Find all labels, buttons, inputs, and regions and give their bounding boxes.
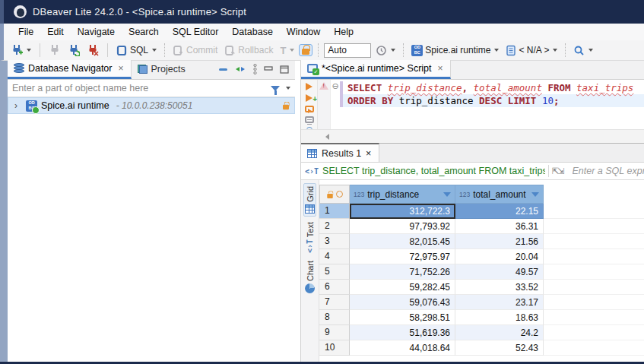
cell-total-amount[interactable]: 49.57 — [455, 264, 544, 280]
explain-plan-icon[interactable] — [305, 116, 314, 123]
reconnect-button[interactable] — [65, 43, 82, 58]
cell-total-amount[interactable]: 20.04 — [455, 249, 544, 264]
close-icon[interactable]: × — [366, 148, 371, 159]
grid-row-9[interactable]: 951,619.3624.2 — [319, 325, 644, 340]
grid-row-3[interactable]: 382,015.4521.56 — [319, 234, 644, 249]
grid-row-5[interactable]: 571,752.2649.57 — [319, 264, 644, 280]
close-icon[interactable]: × — [438, 63, 443, 74]
cell-trip-distance[interactable]: 312,722.3 — [350, 204, 455, 219]
row-number-cell[interactable]: 4 — [319, 249, 350, 264]
row-number-cell[interactable]: 7 — [319, 295, 350, 310]
disconnect-button[interactable] — [84, 43, 101, 58]
active-connection-selector[interactable]: ODBC Spice.ai runtime — [409, 43, 501, 58]
row-number-cell[interactable]: 5 — [319, 264, 350, 280]
close-icon[interactable]: × — [118, 63, 123, 74]
transaction-mode-button[interactable]: T — [278, 43, 297, 58]
grid-row-1[interactable]: 1312,722.322.15 — [319, 204, 644, 219]
editor-hscrollbar[interactable] — [301, 129, 644, 143]
sql-text-area[interactable]: SELECT trip_distance, total_amount FROM … — [340, 80, 644, 129]
scroll-left-icon[interactable] — [325, 134, 329, 140]
link-with-editor-icon[interactable] — [235, 65, 246, 73]
cell-total-amount[interactable]: 21.56 — [455, 234, 544, 249]
execute-statement-icon[interactable] — [306, 83, 312, 90]
search-button[interactable] — [571, 43, 595, 58]
connection-lock-button[interactable] — [299, 44, 312, 56]
tab-sql-script[interactable]: *<Spice.ai runtime> Script × — [301, 60, 451, 79]
tab-text[interactable]: Text <›T — [305, 220, 316, 255]
sql-expression-input[interactable] — [573, 166, 644, 176]
expander-icon[interactable]: › — [14, 100, 22, 111]
menu-help[interactable]: Help — [327, 24, 360, 40]
row-number-cell[interactable]: 2 — [319, 219, 350, 234]
chevron-down-icon[interactable] — [286, 87, 290, 90]
execute-new-tab-icon[interactable] — [306, 94, 312, 102]
row-number-cell[interactable]: 10 — [319, 340, 350, 356]
fold-collapse-icon[interactable]: ⊖ — [332, 81, 338, 90]
cell-total-amount[interactable]: 24.2 — [455, 325, 544, 340]
menu-sql-editor[interactable]: SQL Editor — [166, 24, 226, 40]
warning-icon[interactable] — [319, 82, 328, 90]
cell-trip-distance[interactable]: 44,018.64 — [350, 340, 455, 356]
commit-mode-combo[interactable]: Auto — [324, 43, 371, 58]
connect-button[interactable] — [46, 43, 63, 58]
commit-button[interactable]: Commit — [170, 43, 220, 58]
column-header-total-amount[interactable]: 123 total_amount — [455, 185, 544, 204]
object-filter-input[interactable] — [12, 83, 266, 93]
tab-projects[interactable]: Projects — [132, 60, 192, 79]
tab-results-1[interactable]: Results 1 × — [301, 143, 379, 162]
sql-code-line[interactable]: ORDER BY trip_distance DESC LIMIT 10; — [340, 94, 644, 107]
grid-row-4[interactable]: 472,975.9720.04 — [319, 249, 644, 264]
grid-row-6[interactable]: 659,282.4533.52 — [319, 280, 644, 295]
sql-editor-button[interactable]: SQL — [114, 43, 159, 58]
column-header-trip-distance[interactable]: 123 trip_distance — [350, 185, 455, 204]
row-number-cell[interactable]: 3 — [319, 234, 350, 249]
menu-file[interactable]: File — [11, 24, 40, 40]
cell-trip-distance[interactable]: 72,975.97 — [350, 249, 455, 264]
cell-total-amount[interactable]: 33.52 — [455, 280, 544, 295]
cell-trip-distance[interactable]: 51,619.36 — [350, 325, 455, 340]
expand-arrows-icon[interactable]: ⇱⇲ — [552, 166, 563, 176]
cell-total-amount[interactable]: 36.31 — [455, 219, 544, 234]
maximize-view-icon[interactable] — [280, 65, 289, 74]
rollback-button[interactable]: Rollback — [222, 43, 275, 58]
menu-edit[interactable]: Edit — [40, 24, 71, 40]
active-schema-selector[interactable]: < N/A > — [503, 43, 560, 58]
tab-grid[interactable]: Grid — [303, 183, 316, 217]
cell-trip-distance[interactable]: 59,282.45 — [350, 280, 455, 295]
minimize-view-icon[interactable] — [264, 65, 273, 73]
cell-trip-distance[interactable]: 71,752.26 — [350, 264, 455, 280]
collapse-all-icon[interactable] — [219, 66, 228, 72]
grid-row-10[interactable]: 1044,018.6452.43 — [319, 340, 644, 356]
row-number-cell[interactable]: 9 — [319, 325, 350, 340]
menu-database[interactable]: Database — [225, 24, 280, 40]
row-number-cell[interactable]: 6 — [319, 280, 350, 295]
sort-desc-icon[interactable] — [443, 192, 451, 197]
row-number-cell[interactable]: 8 — [319, 310, 350, 325]
cell-total-amount[interactable]: 52.43 — [455, 340, 544, 356]
menu-search[interactable]: Search — [122, 24, 166, 40]
execute-script-icon[interactable] — [305, 106, 314, 112]
grid-row-7[interactable]: 759,076.4323.17 — [319, 295, 644, 310]
sort-desc-icon[interactable] — [531, 192, 539, 197]
cell-total-amount[interactable]: 23.17 — [455, 295, 544, 310]
cell-total-amount[interactable]: 18.63 — [455, 310, 544, 325]
new-connection-button[interactable] — [8, 43, 33, 58]
transaction-log-button[interactable] — [373, 43, 398, 58]
grid-row-8[interactable]: 858,298.5118.63 — [319, 310, 644, 325]
tab-chart[interactable]: Chart — [304, 258, 316, 296]
panel-sash[interactable] — [295, 61, 300, 362]
grid-row-2[interactable]: 297,793.9236.31 — [319, 219, 644, 234]
cell-trip-distance[interactable]: 97,793.92 — [350, 219, 455, 234]
tab-database-navigator[interactable]: Database Navigator × — [8, 60, 132, 79]
row-number-cell[interactable]: 1 — [319, 204, 350, 219]
grid-corner-cell[interactable] — [319, 185, 350, 204]
cell-trip-distance[interactable]: 58,298.51 — [350, 310, 455, 325]
view-menu-icon[interactable] — [253, 64, 257, 74]
cell-trip-distance[interactable]: 82,015.45 — [350, 234, 455, 249]
sql-code-line[interactable]: SELECT trip_distance, total_amount FROM … — [340, 81, 644, 94]
menu-window[interactable]: Window — [280, 24, 327, 40]
menu-navigate[interactable]: Navigate — [71, 24, 122, 40]
filter-funnel-icon[interactable] — [271, 86, 280, 91]
cell-total-amount[interactable]: 22.15 — [455, 204, 544, 219]
tree-item-connection[interactable]: › ODBC Spice.ai runtime - 10.0.0.238:500… — [8, 97, 295, 114]
